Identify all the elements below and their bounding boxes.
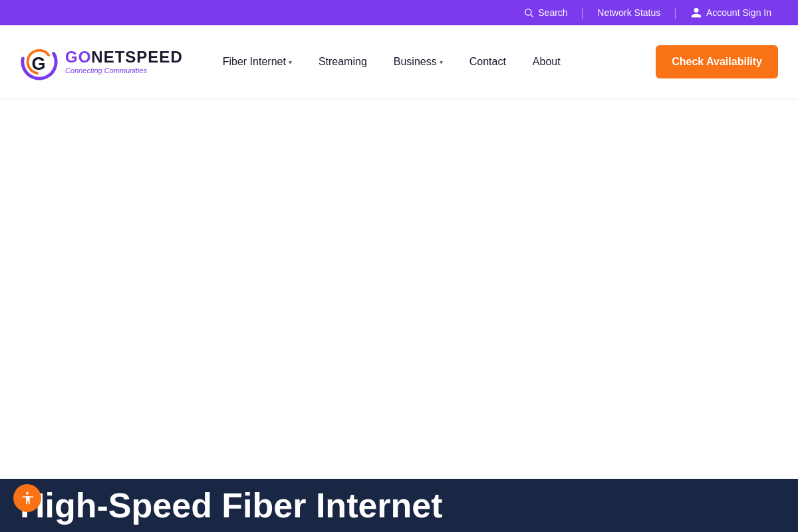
svg-point-0 <box>525 9 531 15</box>
logo-go: GO <box>65 48 91 66</box>
logo-icon: G <box>20 43 59 81</box>
network-status-item[interactable]: Network Status <box>584 0 674 25</box>
hero-bottom-section: High-Speed Fiber Internet <box>0 479 798 532</box>
chevron-down-icon: ▾ <box>289 59 292 66</box>
hero-title: High-Speed Fiber Internet <box>20 488 443 523</box>
accessibility-icon <box>20 491 35 505</box>
accessibility-button[interactable] <box>13 484 41 512</box>
nav-link-contact[interactable]: Contact <box>456 49 519 74</box>
top-utility-bar: Search | Network Status | Account Sign I… <box>0 0 798 25</box>
logo-text: GONETSPEED Connecting Communities <box>65 49 183 74</box>
svg-point-5 <box>26 492 29 495</box>
check-availability-button[interactable]: Check Availability <box>656 45 778 78</box>
logo-tagline: Connecting Communities <box>65 66 183 74</box>
nav-link-business[interactable]: Business ▾ <box>380 49 456 74</box>
account-icon <box>690 7 702 19</box>
chevron-down-icon-business: ▾ <box>440 59 443 66</box>
account-sign-in-label: Account Sign In <box>706 7 771 18</box>
svg-line-1 <box>531 15 533 17</box>
account-sign-in-item[interactable]: Account Sign In <box>677 0 785 25</box>
nav-link-fiber-internet[interactable]: Fiber Internet ▾ <box>209 49 305 74</box>
search-icon <box>523 7 534 18</box>
search-label: Search <box>538 7 567 18</box>
svg-text:G: G <box>31 54 45 74</box>
logo[interactable]: G GONETSPEED Connecting Communities <box>20 43 183 81</box>
nav-link-streaming[interactable]: Streaming <box>305 49 380 74</box>
logo-name: GONETSPEED <box>65 49 183 65</box>
main-navbar: G GONETSPEED Connecting Communities Fibe… <box>0 25 798 98</box>
main-content-area <box>0 98 798 479</box>
nav-links: Fiber Internet ▾ Streaming Business ▾ Co… <box>209 45 778 78</box>
search-bar-item[interactable]: Search <box>510 0 581 25</box>
logo-netspeed: NETSPEED <box>91 48 182 66</box>
network-status-label: Network Status <box>597 7 660 18</box>
nav-link-about[interactable]: About <box>519 49 574 74</box>
